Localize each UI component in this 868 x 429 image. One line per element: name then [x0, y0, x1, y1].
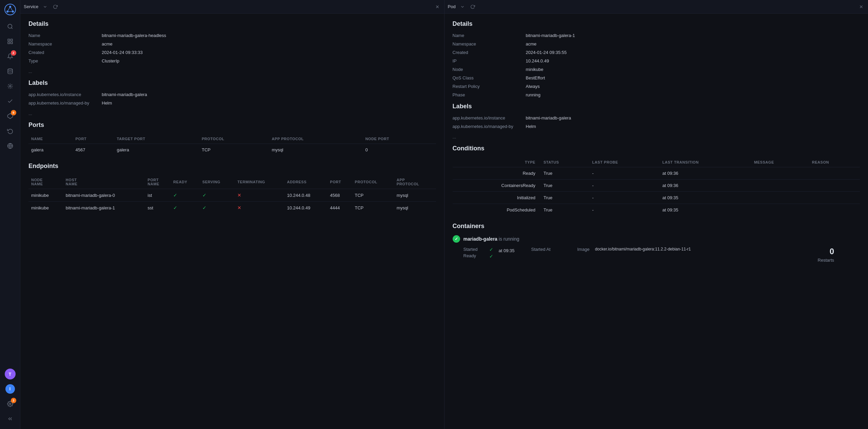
ports-col-protocol: Protocol — [199, 134, 269, 144]
ep-port-name: sst — [145, 202, 171, 214]
svg-rect-11 — [11, 42, 12, 44]
cond-status: True — [539, 204, 588, 216]
ep-serving: ✓ — [200, 189, 235, 202]
pod-labels-grid: app.kubernetes.io/instance bitnami-maria… — [453, 115, 860, 129]
cond-message — [750, 192, 808, 204]
ep-col-port: Port — [327, 175, 352, 189]
sidebar-item-history[interactable] — [3, 124, 17, 138]
cond-last-transition: at 09:36 — [658, 180, 750, 192]
sidebar-item-globe[interactable] — [3, 139, 17, 153]
table-row: Ready True - at 09:36 — [453, 167, 860, 180]
ep-port-name: ist — [145, 189, 171, 202]
service-tab-actions — [42, 3, 59, 10]
ep-col-protocol: Protocol — [352, 175, 394, 189]
cond-status: True — [539, 192, 588, 204]
ep-col-port-name: PortName — [145, 175, 171, 189]
sidebar-item-avatar[interactable]: T — [3, 367, 17, 381]
sidebar-item-grid[interactable] — [3, 35, 17, 48]
pod-tab-refresh[interactable] — [469, 3, 476, 10]
ep-address: 10.244.0.49 — [284, 202, 327, 214]
service-labels-title: Labels — [28, 79, 436, 87]
service-label-managed-val: Helm — [102, 100, 436, 106]
sidebar-item-checks[interactable] — [3, 94, 17, 108]
ep-col-address: Address — [284, 175, 327, 189]
container-ready-label: Ready — [463, 253, 484, 258]
pod-tab-label: Pod — [448, 4, 456, 9]
pod-label-instance-key: app.kubernetes.io/instance — [453, 115, 520, 120]
ports-col-app-protocol: App Protocol — [269, 134, 363, 144]
pod-conditions-table: TYPE STATUS LAST PROBE LAST TRANSITION M… — [453, 157, 860, 216]
cond-last-probe: - — [588, 180, 658, 192]
service-label-instance-val: bitnami-mariadb-galera — [102, 92, 436, 97]
pod-detail-qos-label: QoS Class — [453, 75, 520, 80]
service-labels-grid: app.kubernetes.io/instance bitnami-maria… — [28, 92, 436, 106]
sidebar-item-database[interactable] — [3, 64, 17, 78]
container-started-time: at 09:35 — [499, 248, 526, 253]
pod-conditions-title: Conditions — [453, 145, 860, 152]
logo[interactable] — [4, 3, 16, 16]
svg-line-4 — [7, 7, 10, 12]
sidebar-item-collapse[interactable] — [3, 412, 17, 426]
table-row: PodScheduled True - at 09:35 — [453, 204, 860, 216]
service-tab-close[interactable] — [434, 3, 441, 10]
ep-ready: ✓ — [171, 202, 200, 214]
service-details-title: Details — [28, 20, 436, 27]
cond-last-transition: at 09:35 — [658, 192, 750, 204]
pod-tab-dropdown[interactable] — [459, 3, 466, 10]
service-label-instance-key: app.kubernetes.io/instance — [28, 92, 96, 97]
detail-value-created: 2024-01-24 09:33:33 — [102, 50, 436, 55]
ports-row-name: galera — [28, 144, 73, 156]
pod-tab-actions — [459, 3, 476, 10]
sidebar-item-alerts[interactable]: 2 — [3, 50, 17, 63]
service-label-managed-key: app.kubernetes.io/managed-by — [28, 100, 96, 106]
pod-tab-close[interactable] — [858, 3, 865, 10]
service-details-ellipsis: ... — [28, 69, 436, 74]
svg-rect-8 — [8, 39, 9, 41]
pod-detail-ns-label: Namespace — [453, 41, 520, 46]
table-row: Initialized True - at 09:35 — [453, 192, 860, 204]
pod-detail-ip-label: IP — [453, 58, 520, 63]
service-endpoints-title: Endpoints — [28, 163, 436, 170]
ep-protocol: TCP — [352, 202, 394, 214]
ports-col-node-port: Node Port — [362, 134, 436, 144]
ports-row-app-protocol: mysql — [269, 144, 363, 156]
cond-type: Initialized — [453, 192, 539, 204]
svg-point-7 — [8, 24, 12, 28]
service-tab-label: Service — [24, 4, 38, 9]
ep-protocol: TCP — [352, 189, 394, 202]
service-tab-dropdown[interactable] — [42, 3, 48, 10]
sidebar-item-user-i[interactable]: I — [3, 382, 17, 396]
sidebar-item-network[interactable]: 9 — [3, 109, 17, 123]
user-avatar: I — [5, 384, 15, 394]
service-tab-refresh[interactable] — [52, 3, 59, 10]
cond-col-last-transition: LAST TRANSITION — [658, 157, 750, 167]
detail-value-name: bitnami-mariadb-galera-headless — [102, 33, 436, 38]
pod-detail-restart-label: Restart Policy — [453, 84, 520, 89]
ep-app-protocol: mysql — [394, 189, 436, 202]
cond-col-last-probe: LAST PROBE — [588, 157, 658, 167]
detail-label-name: Name — [28, 33, 96, 38]
pod-detail-phase-label: Phase — [453, 92, 520, 97]
service-ports-title: Ports — [28, 122, 436, 129]
service-tab[interactable]: Service — [24, 3, 59, 10]
settings-badge: 3 — [11, 398, 16, 403]
svg-line-5 — [10, 7, 13, 12]
ports-row-target-port: galera — [114, 144, 199, 156]
sidebar-item-search[interactable] — [3, 20, 17, 33]
container-restarts-label: Restarts — [818, 258, 834, 263]
ep-col-app-protocol: AppProtocol — [394, 175, 436, 189]
table-row: galera 4567 galera TCP mysql 0 — [28, 144, 436, 156]
pod-containers-title: Containers — [453, 223, 860, 230]
ep-node-name: minikube — [28, 202, 63, 214]
sidebar-item-settings[interactable]: 3 — [3, 397, 17, 411]
cond-type: Ready — [453, 167, 539, 180]
pod-tab[interactable]: Pod — [448, 3, 476, 10]
ep-col-host-name: HostName — [63, 175, 145, 189]
service-labels-ellipsis: ... — [28, 111, 436, 116]
pod-panel: Pod Details Name bitnami-mar — [445, 0, 868, 429]
sidebar-item-helm[interactable] — [3, 79, 17, 93]
pod-detail-node-val: minikube — [526, 67, 860, 72]
svg-rect-10 — [8, 42, 9, 44]
cond-message — [750, 167, 808, 180]
cond-last-transition: at 09:35 — [658, 204, 750, 216]
